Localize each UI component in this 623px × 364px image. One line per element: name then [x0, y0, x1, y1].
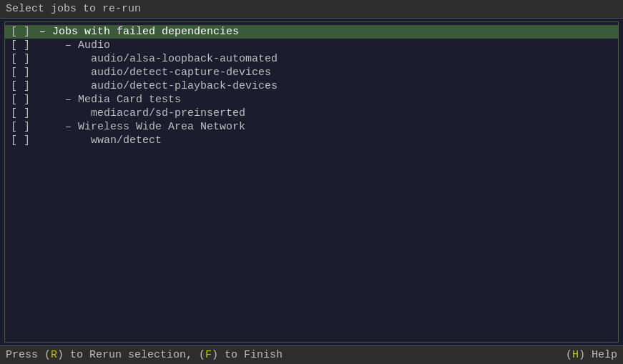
key-f: F: [205, 349, 212, 361]
label-2: audio/detect-capture-devices: [39, 67, 271, 79]
checkbox-7[interactable]: [ ]: [11, 134, 36, 147]
list-item-2[interactable]: [ ] audio/detect-capture-devices: [5, 66, 618, 79]
key-h: H: [572, 349, 579, 361]
label-3: audio/detect-playback-devices: [39, 80, 278, 92]
label-6: – Wireless Wide Area Network: [39, 121, 245, 133]
list-item-7[interactable]: [ ] wwan/detect: [5, 134, 618, 147]
title-bar: Select jobs to re-run: [0, 0, 623, 19]
list-item-0[interactable]: [ ] – Audio: [5, 39, 618, 52]
label-0: – Audio: [39, 39, 110, 51]
checkbox-1[interactable]: [ ]: [11, 53, 36, 65]
title-text: Select jobs to re-run: [6, 3, 141, 15]
list-item-5[interactable]: [ ] mediacard/sd-preinserted: [5, 107, 618, 120]
list-row-header[interactable]: [ ] – Jobs with failed dependencies: [5, 25, 618, 39]
status-right: (H) Help: [566, 349, 617, 361]
list-item-3[interactable]: [ ] audio/detect-playback-devices: [5, 79, 618, 93]
status-text-prefix: Press (R) to Rerun selection, (F) to Fin…: [6, 349, 283, 361]
status-left: Press (R) to Rerun selection, (F) to Fin…: [6, 349, 283, 361]
list-item-6[interactable]: [ ] – Wireless Wide Area Network: [5, 120, 618, 134]
checkbox-4[interactable]: [ ]: [11, 94, 36, 106]
list-item-4[interactable]: [ ] – Media Card tests: [5, 93, 618, 107]
checkbox-5[interactable]: [ ]: [11, 107, 36, 119]
list-container[interactable]: [ ] – Jobs with failed dependencies [ ] …: [5, 22, 618, 342]
label-header: – Jobs with failed dependencies: [39, 26, 239, 38]
checkbox-3[interactable]: [ ]: [11, 80, 36, 92]
checkbox-0[interactable]: [ ]: [11, 39, 36, 51]
list-item-1[interactable]: [ ] audio/alsa-loopback-automated: [5, 52, 618, 66]
label-5: mediacard/sd-preinserted: [39, 107, 245, 119]
checkbox-header[interactable]: [ ]: [11, 26, 36, 38]
status-bar: Press (R) to Rerun selection, (F) to Fin…: [0, 345, 623, 364]
main-content: [ ] – Jobs with failed dependencies [ ] …: [4, 21, 619, 343]
key-r: R: [51, 349, 57, 361]
label-7: wwan/detect: [39, 134, 162, 147]
checkbox-6[interactable]: [ ]: [11, 121, 36, 133]
checkbox-2[interactable]: [ ]: [11, 67, 36, 79]
label-4: – Media Card tests: [39, 94, 181, 106]
label-1: audio/alsa-loopback-automated: [39, 53, 278, 65]
